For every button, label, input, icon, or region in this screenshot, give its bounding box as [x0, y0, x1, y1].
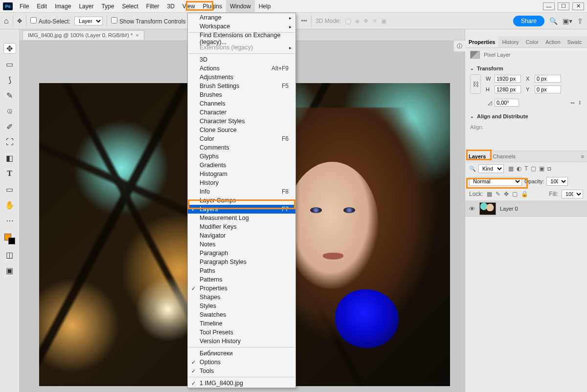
- menu-item-paragraph[interactable]: Paragraph: [188, 249, 295, 258]
- filter-type-icon[interactable]: T: [524, 165, 528, 172]
- transform-section-title[interactable]: ⌄Transform: [465, 64, 587, 73]
- lasso-tool[interactable]: ⟆: [3, 74, 16, 85]
- tab-color[interactable]: Color: [522, 36, 542, 47]
- color-swatches[interactable]: [4, 234, 15, 244]
- lock-brush-icon[interactable]: ✎: [496, 191, 500, 197]
- menu-layer[interactable]: Layer: [75, 0, 97, 12]
- menu-plugins[interactable]: Plugins: [199, 0, 226, 12]
- 3d-pan-icon[interactable]: ◈: [355, 18, 360, 24]
- clone-stamp-tool[interactable]: ⛶: [3, 137, 16, 148]
- menu-item-character-styles[interactable]: Character Styles: [188, 117, 295, 126]
- more-icon[interactable]: •••: [301, 18, 307, 24]
- eyedropper-tool[interactable]: ✎: [3, 90, 16, 101]
- marquee-tool[interactable]: ▭: [3, 59, 16, 69]
- width-input[interactable]: [495, 75, 521, 83]
- menu-item-measurement-log[interactable]: Measurement Log: [188, 214, 295, 222]
- layer-row[interactable]: 👁 Layer 0: [465, 200, 587, 217]
- menu-item-clone-source[interactable]: Clone Source: [188, 126, 295, 134]
- 3d-orbit-icon[interactable]: ◯: [345, 18, 351, 24]
- lock-move-icon[interactable]: ✥: [504, 191, 509, 197]
- menu-item-find-extensions-on-exchange-legacy-[interactable]: Find Extensions on Exchange (legacy)...: [188, 34, 295, 43]
- menu-item-character[interactable]: Character: [188, 108, 295, 117]
- menu-edit[interactable]: Edit: [33, 0, 51, 12]
- 3d-scale-icon[interactable]: ⤧: [372, 18, 377, 24]
- tab-history[interactable]: Historу: [498, 36, 522, 47]
- filter-toggle-icon[interactable]: ◘: [547, 165, 551, 172]
- tab-layers[interactable]: Layers: [465, 151, 489, 162]
- menu-item-3d[interactable]: 3D: [188, 55, 295, 64]
- menu-help[interactable]: Help: [255, 0, 275, 12]
- menu-item-tools[interactable]: ✓Tools: [188, 367, 295, 375]
- tab-actions[interactable]: Action: [542, 36, 564, 47]
- quick-mask-tool[interactable]: ◫: [3, 249, 16, 260]
- menu-window[interactable]: Window: [226, 0, 255, 12]
- window-menu-dropdown[interactable]: ArrangeWorkspaceFind Extensions on Excha…: [187, 13, 296, 388]
- menu-file[interactable]: File: [16, 0, 33, 12]
- menu-type[interactable]: Type: [97, 0, 118, 12]
- menu-select[interactable]: Select: [118, 0, 142, 12]
- show-transform-checkbox[interactable]: Show Transform Controls: [111, 17, 185, 25]
- screen-mode-tool[interactable]: ▣: [3, 265, 16, 276]
- move-tool-icon[interactable]: ✥: [17, 18, 22, 24]
- auto-select-dropdown[interactable]: Layer: [74, 17, 103, 25]
- menu-item-shapes[interactable]: Shapes: [188, 293, 295, 302]
- lock-all-icon[interactable]: 🔒: [521, 191, 528, 197]
- blend-mode-dropdown[interactable]: Normal: [469, 177, 522, 186]
- menu-item-glyphs[interactable]: Glyphs: [188, 152, 295, 161]
- info-icon[interactable]: ⓘ: [453, 40, 465, 52]
- auto-select-checkbox[interactable]: Auto-Select:: [30, 17, 70, 25]
- crop-tool[interactable]: ⟃: [3, 106, 16, 116]
- tab-properties[interactable]: Properties: [465, 36, 498, 47]
- type-tool[interactable]: T: [3, 168, 16, 179]
- link-wh-icon[interactable]: ⛓: [470, 74, 481, 94]
- menu-item-channels[interactable]: Channels: [188, 99, 295, 108]
- menu-item-brushes[interactable]: Brushes: [188, 90, 295, 99]
- layers-panel-menu-icon[interactable]: ≡: [578, 153, 587, 159]
- fill-input[interactable]: 100%: [562, 190, 583, 198]
- menu-item-paths[interactable]: Paths: [188, 266, 295, 275]
- tab-channels[interactable]: Channels: [489, 151, 519, 162]
- visibility-icon[interactable]: 👁: [469, 205, 475, 213]
- menu-item-timeline[interactable]: Timeline: [188, 319, 295, 328]
- filter-smart-icon[interactable]: ▣: [539, 165, 544, 172]
- layer-thumbnail[interactable]: [479, 202, 496, 215]
- close-button[interactable]: ✕: [572, 2, 584, 10]
- eraser-tool[interactable]: ◧: [3, 152, 16, 163]
- flip-v-icon[interactable]: ⥑: [578, 100, 582, 106]
- menu-item-swatches[interactable]: Swatches: [188, 310, 295, 319]
- maximize-button[interactable]: ☐: [558, 2, 569, 10]
- home-icon[interactable]: ⌂: [4, 17, 9, 25]
- opacity-input[interactable]: 100%: [546, 177, 568, 186]
- menu-item-tool-presets[interactable]: Tool Presets: [188, 328, 295, 337]
- share-button[interactable]: Share: [513, 16, 544, 26]
- menu-item-histogram[interactable]: Histogram: [188, 170, 295, 178]
- document-tab[interactable]: IMG_8400.jpg @ 100% (Layer 0, RGB/8#) * …: [23, 30, 144, 40]
- y-input[interactable]: [535, 86, 561, 93]
- menu-item-patterns[interactable]: Patterns: [188, 275, 295, 284]
- menu-item-version-history[interactable]: Version History: [188, 337, 295, 346]
- menu-item-actions[interactable]: ActionsAlt+F9: [188, 64, 295, 73]
- menu-item-arrange[interactable]: Arrange: [188, 13, 295, 22]
- menu-view[interactable]: View: [179, 0, 199, 12]
- menu-item-history[interactable]: History: [188, 178, 295, 187]
- export-icon[interactable]: ⇪: [577, 17, 583, 25]
- filter-adjust-icon[interactable]: ◐: [517, 165, 521, 172]
- search-icon[interactable]: 🔍: [549, 17, 558, 25]
- move-tool[interactable]: ✥: [3, 43, 16, 54]
- menu-item-navigator[interactable]: Navigator: [188, 231, 295, 240]
- flip-h-icon[interactable]: ⥐: [570, 100, 575, 106]
- panel-menu-icon[interactable]: ≡: [586, 39, 587, 45]
- height-input[interactable]: [495, 86, 521, 93]
- menu-image[interactable]: Image: [51, 0, 75, 12]
- layer-filter-kind[interactable]: Kind: [478, 164, 504, 173]
- align-section-title[interactable]: ⌄Align and Distribute: [465, 111, 587, 121]
- filter-pixel-icon[interactable]: ▦: [508, 165, 514, 172]
- menu-item-styles[interactable]: Styles: [188, 302, 295, 310]
- 3d-camera-icon[interactable]: ▣: [381, 18, 386, 24]
- menu-item-comments[interactable]: Comments: [188, 143, 295, 152]
- brush-tool[interactable]: ✐: [3, 121, 16, 132]
- menu-item-options[interactable]: ✓Options: [188, 358, 295, 367]
- menu-item-notes[interactable]: Notes: [188, 240, 295, 249]
- menu-item-modifier-keys[interactable]: Modifier Keys: [188, 222, 295, 231]
- menu-item-adjustments[interactable]: Adjustments: [188, 73, 295, 82]
